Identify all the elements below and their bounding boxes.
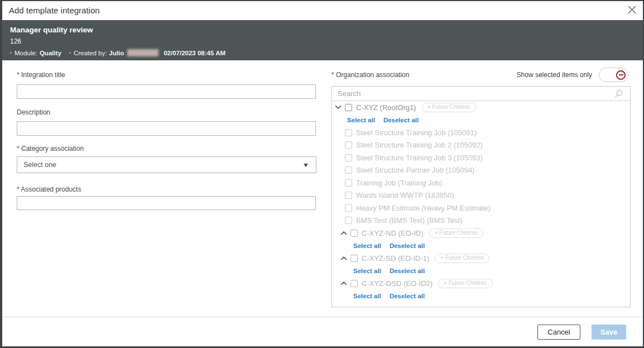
record-title: Manager quality review — [10, 26, 635, 34]
future-children-badge: + Future Children — [429, 228, 484, 238]
created-by-label: Created by: — [74, 50, 107, 56]
org-tree: C-XYZ (RootOrg1)+ Future ChildrenSelect … — [332, 101, 630, 302]
organization-panel: C-XYZ (RootOrg1)+ Future ChildrenSelect … — [331, 86, 631, 307]
cancel-button[interactable]: Cancel — [537, 325, 580, 340]
org-select-links-row: Select allDeselect all — [332, 265, 630, 278]
org-group-label: C-XYZ-OSD (EO-ID2) — [362, 279, 432, 288]
associated-products-label: * Associated products — [17, 185, 81, 193]
chevron-up-icon[interactable] — [340, 231, 347, 235]
save-button[interactable]: Save — [592, 325, 626, 340]
record-summary-header: Manager quality review 126 Module: Quali… — [2, 20, 643, 60]
org-item-checkbox[interactable] — [345, 154, 352, 161]
modal-footer: Cancel Save — [2, 317, 643, 346]
bullet-icon — [10, 52, 12, 54]
org-search-row — [332, 87, 630, 101]
org-group-checkbox[interactable] — [350, 230, 358, 237]
org-item-checkbox[interactable] — [345, 129, 352, 136]
close-button[interactable] — [626, 4, 638, 17]
org-item-checkbox[interactable] — [345, 217, 352, 224]
future-children-badge: + Future Children — [435, 254, 489, 263]
module-label: Module: — [15, 50, 37, 56]
show-selected-toggle[interactable] — [599, 68, 628, 82]
add-template-integration-modal: Add template integration Manager quality… — [0, 0, 644, 348]
category-selected-value: Select one — [17, 161, 56, 169]
record-id: 126 — [10, 37, 635, 45]
show-selected-label: Show selected items only — [517, 71, 592, 79]
chevron-down-icon[interactable] — [335, 105, 342, 109]
associated-products-input[interactable] — [17, 196, 316, 210]
org-item-label: Steel Structure Training Job (105091) — [356, 128, 477, 137]
org-group-checkbox[interactable] — [350, 255, 358, 262]
deselect-all-link[interactable]: Deselect all — [383, 117, 419, 123]
category-association-label: * Category association — [17, 145, 84, 152]
org-item-label: BMS Test (BMS Test) (BMS Test) — [356, 216, 463, 225]
org-item-row: Steel Structure Training Job (105091) — [332, 126, 630, 139]
chevron-up-icon[interactable] — [340, 256, 347, 260]
org-item-checkbox[interactable] — [345, 166, 352, 174]
integration-title-label: * Integration title — [17, 71, 65, 79]
org-search-input[interactable] — [332, 87, 630, 101]
org-group-label: C-XYZ-ND (EO-ID) — [362, 229, 424, 237]
org-item-label: Steel Structure Training Job 2 (105092) — [356, 141, 483, 149]
future-children-badge: + Future Children — [422, 103, 477, 112]
chevron-down-icon — [304, 164, 308, 167]
org-item-checkbox[interactable] — [345, 204, 352, 212]
modal-titlebar: Add template integration — [2, 1, 643, 20]
org-group-label: C-XYZ-SD (EO-ID-1) — [362, 254, 429, 263]
module-value: Quality — [40, 50, 61, 56]
org-group-checkbox[interactable] — [345, 104, 352, 111]
org-item-checkbox[interactable] — [345, 141, 352, 149]
org-item-row: BMS Test (BMS Test) (BMS Test) — [332, 214, 630, 227]
bullet-icon — [69, 52, 71, 54]
category-association-select[interactable]: Select one — [17, 156, 316, 173]
org-group-row: C-XYZ-OSD (EO-ID2)+ Future Children — [332, 277, 630, 290]
show-selected-toggle-group: Show selected items only — [517, 68, 628, 82]
modal-body: * Integration title Description * Catego… — [2, 60, 643, 317]
org-item-row: Heavy PM Estimate (Heavy PM Estimate) — [332, 202, 630, 214]
org-item-row: Steel Structure Training Job 3 (105093) — [332, 151, 630, 164]
organization-association-label: * Organization association — [331, 71, 409, 79]
record-meta: Module: Quality Created by: Julio 02/07/… — [10, 49, 635, 56]
deselect-all-link[interactable]: Deselect all — [390, 293, 425, 299]
org-item-row: Steel Structure Training Job 2 (105092) — [332, 139, 630, 152]
created-date: 02/07/2023 08:45 AM — [164, 50, 225, 56]
org-item-label: Wards Island WWTP (183850) — [356, 191, 454, 199]
description-input[interactable] — [17, 121, 316, 136]
org-item-label: Training Job (Training Job) — [356, 179, 442, 187]
org-select-links-row: Select allDeselect all — [332, 240, 630, 252]
org-group-row: C-XYZ-SD (EO-ID-1)+ Future Children — [332, 252, 630, 265]
org-group-checkbox[interactable] — [350, 280, 358, 287]
close-icon — [627, 5, 637, 16]
org-item-label: Steel Structure Partner Job (105094) — [356, 166, 474, 174]
org-item-row: Steel Structure Partner Job (105094) — [332, 164, 630, 177]
org-item-label: Heavy PM Estimate (Heavy PM Estimate) — [356, 204, 491, 212]
org-select-links-row: Select allDeselect all — [332, 114, 630, 127]
org-select-links-row: Select allDeselect all — [332, 290, 630, 303]
org-group-label: C-XYZ (RootOrg1) — [356, 103, 416, 112]
description-label: Description — [17, 108, 50, 116]
select-all-link[interactable]: Select all — [353, 242, 381, 249]
org-item-label: Steel Structure Training Job 3 (105093) — [356, 154, 483, 162]
org-group-row: C-XYZ (RootOrg1)+ Future Children — [332, 101, 630, 114]
org-group-row: C-XYZ-ND (EO-ID)+ Future Children — [332, 227, 630, 240]
org-item-row: Wards Island WWTP (183850) — [332, 189, 630, 202]
org-item-checkbox[interactable] — [345, 192, 352, 199]
org-item-checkbox[interactable] — [345, 179, 352, 187]
deselect-all-link[interactable]: Deselect all — [390, 242, 425, 249]
modal-title: Add template integration — [9, 6, 100, 15]
integration-title-input[interactable] — [17, 84, 316, 99]
select-all-link[interactable]: Select all — [353, 268, 381, 274]
select-all-link[interactable]: Select all — [353, 293, 381, 299]
future-children-badge: + Future Children — [438, 279, 493, 288]
deselect-all-link[interactable]: Deselect all — [390, 268, 425, 274]
redacted-name — [127, 49, 158, 56]
chevron-up-icon[interactable] — [340, 281, 347, 285]
select-all-link[interactable]: Select all — [347, 117, 375, 123]
created-by-name: Julio — [109, 50, 124, 56]
org-item-row: Training Job (Training Job) — [332, 177, 630, 189]
search-icon — [614, 89, 623, 101]
minus-circle-icon — [616, 70, 626, 80]
